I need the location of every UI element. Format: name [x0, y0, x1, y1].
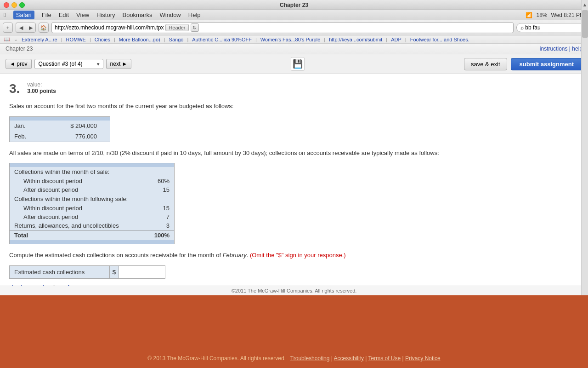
breadcrumb: Chapter 23 [6, 46, 33, 52]
bookmark-7[interactable]: http://keya...com/submit [329, 37, 382, 42]
instruction-omit: (Omit the "$" sign in your response.) [250, 252, 346, 259]
forward-button[interactable]: ▶ [26, 23, 36, 33]
question-text-2: All sales are made on terms of 2/10, n/3… [9, 149, 579, 158]
question-meta: value: 3.00 points [27, 81, 56, 94]
value-label: value: [27, 81, 56, 88]
coll-row-5-value: 3 [147, 221, 174, 230]
bookmark-9[interactable]: Footwear for... and Shoes. [410, 37, 469, 42]
reader-button[interactable]: Reader [165, 24, 188, 31]
content-area: 3. value: 3.00 points Sales on account f… [0, 74, 588, 286]
estimated-input[interactable] [119, 266, 165, 278]
reload-button[interactable]: ↻ [191, 23, 199, 32]
bottom-copyright: © 2013 The McGraw-Hill Companies. All ri… [147, 355, 286, 362]
bookmarks-bar: 📖 ⌄ Extremely A...re | ROMWE | Choies | … [0, 35, 588, 44]
coll-row-3-value: 15 [147, 204, 174, 213]
window-title: Chapter 23 [280, 2, 308, 8]
terms-link[interactable]: Terms of Use [368, 355, 401, 362]
coll-row-2-value: 15 [147, 185, 174, 194]
browser-footer: ©2011 The McGraw-Hill Companies. All rig… [0, 286, 588, 295]
bookmark-5[interactable]: Authentic C...lica 90%OFF [192, 37, 252, 42]
coll-total-label: Total [10, 230, 147, 240]
bookmark-icon: 📖 [4, 36, 10, 42]
check-work-area: check my work ⊙ references [9, 283, 579, 286]
apple-menu[interactable]:  [4, 12, 6, 18]
file-menu[interactable]: File [42, 12, 51, 18]
bookmark-6[interactable]: Women's Fas...80's Purple [260, 37, 321, 42]
floppy-icon[interactable]: 💾 [291, 57, 305, 71]
question-text-1: Sales on account for the first two month… [9, 102, 579, 111]
coll-section2-label: Collections within the month following s… [10, 194, 174, 204]
address-bar[interactable]: http://ezto.mhecloud.mcgraw-hill.com/hm.… [51, 22, 514, 33]
coll-total-value: 100% [147, 230, 174, 240]
bookmark-0[interactable]: Extremely A...re [22, 37, 57, 42]
traffic-lights [4, 2, 25, 8]
search-bar[interactable]: ⌕ bb fau [516, 23, 585, 32]
accessibility-link[interactable]: Accessibility [334, 355, 364, 362]
page-header: Chapter 23 instructions | help [0, 44, 588, 54]
search-value: bb fau [525, 24, 540, 31]
coll-row-3-label: Within discount period [10, 204, 147, 213]
view-menu[interactable]: View [76, 12, 89, 18]
instruction-main: Compute the estimated cash collections o… [9, 252, 223, 259]
coll-row-1-label: Within discount period [10, 177, 147, 185]
battery-status: 18% [536, 12, 547, 18]
back-forward-group: ◀ ▶ [16, 23, 36, 33]
references-link[interactable]: references [62, 284, 89, 286]
next-button[interactable]: next ► [106, 59, 132, 69]
scrollbar-thumb[interactable] [582, 10, 588, 38]
points-value: 3.00 points [27, 88, 56, 94]
minimize-button[interactable] [11, 2, 17, 8]
bookmark-8[interactable]: ADP [391, 37, 401, 42]
home-button[interactable]: 🏠 [39, 23, 49, 33]
safari-menu[interactable]: Safari [13, 11, 34, 19]
estimated-row: Estimated cash collections $ [9, 265, 165, 279]
prev-button[interactable]: ◄ prev [6, 59, 32, 69]
bookmark-3[interactable]: More Balloon...go) [119, 37, 160, 42]
url-text: http://ezto.mhecloud.mcgraw-hill.com/hm.… [55, 24, 164, 31]
main-area: 3. value: 3.00 points Sales on account f… [0, 74, 588, 286]
edit-menu[interactable]: Edit [59, 12, 69, 18]
search-icon: ⌕ [520, 24, 524, 31]
mac-titlebar: Chapter 23 [0, 0, 588, 10]
bookmark-2[interactable]: Choies [95, 37, 110, 42]
sales-feb-value: 776,000 [51, 133, 97, 140]
sales-jan-label: Jan. [14, 122, 51, 129]
coll-row-2-label: After discount period [10, 185, 147, 194]
action-buttons: save & exit submit assignment [464, 58, 582, 70]
new-tab-button[interactable]: + [3, 23, 13, 33]
coll-section1-label: Collections within the month of sale: [10, 167, 174, 177]
submit-button[interactable]: submit assignment [511, 58, 582, 70]
bookmark-1[interactable]: ROMWE [66, 37, 86, 42]
wifi-icon: 📶 [526, 12, 532, 18]
bookmark-4[interactable]: Sango [169, 37, 184, 42]
collections-table: Collections within the month of sale: Wi… [9, 163, 175, 244]
instructions-link[interactable]: instructions [540, 46, 568, 52]
help-menu[interactable]: Help [188, 12, 201, 18]
header-links: instructions | help [540, 46, 582, 52]
coll-row-5-label: Returns, allowances, and uncollectibles [10, 221, 147, 230]
coll-row-4-label: After discount period [10, 213, 147, 221]
question-nav: ◄ prev Question #3 (of 4) ▼ next ► 💾 sav… [0, 54, 588, 74]
troubleshooting-link[interactable]: Troubleshooting [290, 355, 330, 362]
window-menu[interactable]: Window [160, 12, 181, 18]
dollar-sign: $ [110, 266, 119, 278]
check-icon: ⊙ [51, 283, 57, 286]
privacy-link[interactable]: Privacy Notice [405, 355, 441, 362]
back-button[interactable]: ◀ [16, 23, 26, 33]
coll-row-1-value: 60% [147, 177, 174, 185]
bookmarks-menu[interactable]: Bookmarks [122, 12, 152, 18]
instruction-period: . [247, 252, 250, 259]
maximize-button[interactable] [19, 2, 25, 8]
check-my-work-link[interactable]: check my work [9, 284, 45, 286]
scroll-up-arrow[interactable]: ▲ [582, 0, 588, 9]
question-number: 3. [9, 81, 20, 96]
close-button[interactable] [4, 2, 9, 8]
bottom-area: © 2013 The McGraw-Hill Companies. All ri… [0, 295, 588, 368]
history-menu[interactable]: History [96, 12, 115, 18]
coll-row-4-value: 7 [147, 213, 174, 221]
estimated-section: Estimated cash collections $ [9, 265, 579, 279]
sales-jan-value: $ 204,000 [51, 122, 97, 129]
question-header: 3. value: 3.00 points [9, 81, 579, 96]
question-select[interactable]: Question #3 (of 4) [34, 59, 103, 69]
save-exit-button[interactable]: save & exit [464, 58, 507, 70]
